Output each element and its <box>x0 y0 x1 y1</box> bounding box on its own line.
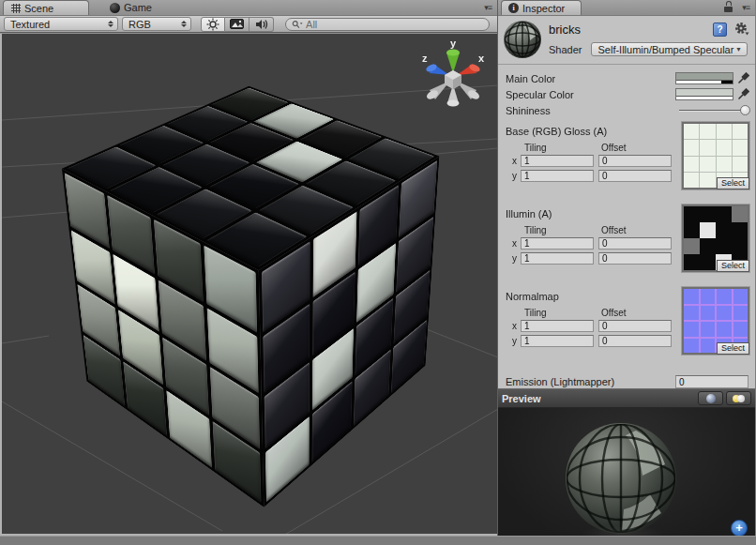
scene-toolbar: Textured RGB <box>0 16 497 33</box>
x-axis-label: x <box>506 156 521 166</box>
inspector-panel: i Inspector ▾≡ <box>498 0 755 536</box>
base-offset-y-field[interactable] <box>598 170 672 182</box>
base-tiling-x-field[interactable] <box>521 155 594 167</box>
draw-mode-value: Textured <box>10 19 50 30</box>
updown-arrows-icon <box>181 21 187 27</box>
search-icon <box>292 20 303 29</box>
main-color-label: Main Color <box>506 73 555 84</box>
scene-viewport[interactable]: y x z <box>0 34 497 536</box>
main-color-swatch[interactable] <box>675 72 733 84</box>
emission-label: Emission (Lightmapper) <box>506 376 614 387</box>
scene-tabbar: Scene Game ▾≡ <box>0 0 497 16</box>
texture-section-illumin: Illumin (A) Tiling Offset x y <box>506 208 749 280</box>
gear-icon[interactable] <box>733 22 749 37</box>
gizmo-center-cube[interactable] <box>445 70 461 89</box>
scene-panel-menu-icon[interactable]: ▾≡ <box>484 3 491 12</box>
updown-arrows-icon <box>108 21 113 27</box>
gizmo-y-axis[interactable] <box>446 49 460 73</box>
tab-scene-label: Scene <box>24 3 53 14</box>
material-sphere-grid <box>504 21 541 58</box>
preview-panel: Preview <box>498 388 755 544</box>
window-bottom-edge <box>0 536 756 545</box>
shader-value: Self-Illumin/Bumped Specular <box>597 44 733 55</box>
material-properties: Main Color Specular Color <box>498 65 755 388</box>
effects-toggle-button[interactable] <box>225 17 249 32</box>
gizmo-x-axis[interactable] <box>457 63 481 75</box>
material-header: bricks Shader Self-Illumin/Bumped Specul… <box>498 16 755 65</box>
preview-sphere <box>566 423 676 534</box>
illumin-select-button[interactable]: Select <box>717 260 749 272</box>
scene-grid-icon <box>11 4 21 13</box>
tiling-header: Tiling <box>524 225 601 235</box>
draw-mode-dropdown[interactable]: Textured <box>4 17 118 31</box>
tab-game[interactable]: Game <box>102 0 165 15</box>
eyedropper-icon[interactable] <box>737 72 749 84</box>
preview-title: Preview <box>502 393 541 404</box>
shininess-label: Shininess <box>506 105 551 116</box>
preview-canvas[interactable]: + <box>498 408 755 544</box>
inspector-tabbar: i Inspector ▾≡ <box>498 0 755 16</box>
illumin-texture-thumbnail[interactable]: Select <box>682 204 749 272</box>
tiling-header: Tiling <box>524 143 601 153</box>
scene-toggle-group <box>201 17 274 32</box>
x-axis-label: x <box>506 321 521 331</box>
orientation-gizmo[interactable]: y x z <box>413 36 493 116</box>
audio-toggle-button[interactable] <box>249 17 274 32</box>
tiling-header: Tiling <box>524 308 601 318</box>
gizmo-z-label: z <box>422 53 428 64</box>
shininess-slider[interactable] <box>679 104 748 116</box>
specular-color-label: Specular Color <box>506 89 574 100</box>
illumin-tiling-y-field[interactable] <box>521 252 594 265</box>
texture-section-base: Base (RGB) Gloss (A) Tiling Offset x y <box>506 126 749 197</box>
normalmap-tiling-y-field[interactable] <box>521 335 594 347</box>
normalmap-offset-y-field[interactable] <box>598 335 672 347</box>
dropdown-caret-icon: ▼ <box>735 46 742 53</box>
base-select-button[interactable]: Select <box>717 177 749 189</box>
tab-inspector[interactable]: i Inspector <box>501 0 582 15</box>
normalmap-offset-x-field[interactable] <box>598 320 672 332</box>
normalmap-select-button[interactable]: Select <box>717 342 749 355</box>
game-icon <box>110 3 120 13</box>
y-axis-label: y <box>506 336 521 346</box>
tab-scene[interactable]: Scene <box>3 0 89 15</box>
scene-search-field[interactable] <box>285 18 490 31</box>
shader-label: Shader <box>549 44 582 55</box>
render-mode-value: RGB <box>129 19 151 30</box>
texture-section-normalmap: Normalmap Tiling Offset x y <box>506 291 749 362</box>
preview-lighting-button[interactable] <box>726 391 751 405</box>
specular-color-swatch[interactable] <box>675 88 733 100</box>
emission-field[interactable] <box>675 375 748 388</box>
help-icon[interactable]: ? <box>713 23 727 37</box>
preview-sphere-grid <box>566 423 676 534</box>
normalmap-texture-thumbnail[interactable]: Select <box>682 287 749 355</box>
gizmo-z-axis[interactable] <box>425 63 449 75</box>
preview-sphere-button[interactable] <box>698 391 723 405</box>
shininess-slider-knob[interactable] <box>740 105 750 115</box>
offset-header: Offset <box>601 225 676 235</box>
base-offset-x-field[interactable] <box>598 155 672 167</box>
lock-icon[interactable] <box>724 5 733 12</box>
speaker-icon <box>255 19 268 30</box>
offset-header: Offset <box>601 143 676 153</box>
search-input[interactable] <box>306 19 483 30</box>
tab-inspector-label: Inspector <box>522 3 565 14</box>
y-axis-label: y <box>506 253 521 264</box>
base-texture-thumbnail[interactable]: Select <box>682 122 749 189</box>
preview-header[interactable]: Preview <box>498 389 755 408</box>
add-preview-button[interactable]: + <box>731 520 748 537</box>
sun-icon <box>206 18 219 31</box>
base-tiling-y-field[interactable] <box>521 170 594 182</box>
eyedropper-icon[interactable] <box>737 88 749 100</box>
inspector-panel-menu-icon[interactable]: ▾≡ <box>742 3 749 12</box>
normalmap-tiling-x-field[interactable] <box>521 320 594 332</box>
lighting-toggle-button[interactable] <box>201 17 225 32</box>
offset-header: Offset <box>601 308 676 318</box>
y-axis-label: y <box>506 171 521 181</box>
illumin-offset-x-field[interactable] <box>598 237 672 250</box>
render-mode-dropdown[interactable]: RGB <box>122 17 191 31</box>
illumin-tiling-x-field[interactable] <box>521 237 594 250</box>
material-thumbnail[interactable] <box>504 21 541 58</box>
illumin-offset-y-field[interactable] <box>598 252 672 265</box>
shader-dropdown[interactable]: Self-Illumin/Bumped Specular ▼ <box>591 42 748 56</box>
bricks-cube-object[interactable] <box>28 79 469 520</box>
